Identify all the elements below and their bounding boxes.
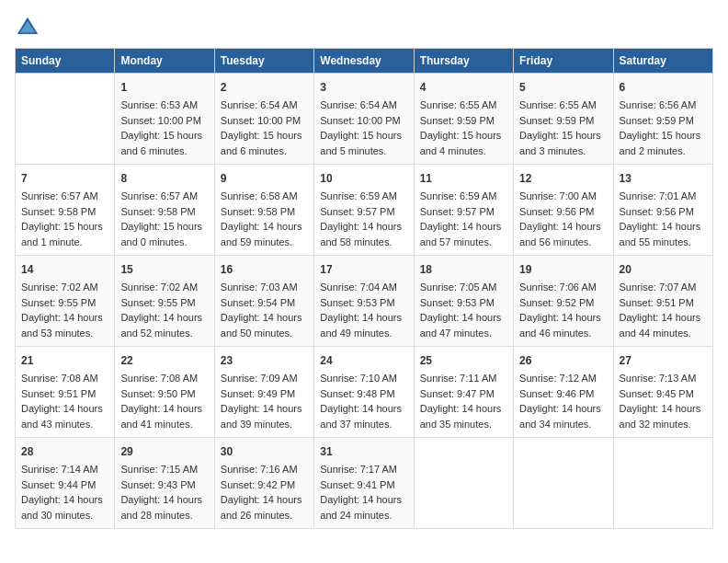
sunset-text: Sunset: 9:50 PM xyxy=(120,388,195,399)
sunset-text: Sunset: 9:57 PM xyxy=(420,206,495,217)
day-number: 10 xyxy=(320,170,407,187)
sunrise-text: Sunrise: 7:14 AM xyxy=(21,464,98,475)
daylight-text: Daylight: 14 hours and 52 minutes. xyxy=(120,312,202,339)
day-number: 5 xyxy=(519,79,607,96)
daylight-text: Daylight: 14 hours and 37 minutes. xyxy=(320,403,402,430)
sunset-text: Sunset: 9:59 PM xyxy=(620,115,694,126)
calendar-cell: 20Sunrise: 7:07 AMSunset: 9:51 PMDayligh… xyxy=(613,256,712,347)
sunset-text: Sunset: 9:46 PM xyxy=(519,388,594,399)
day-number: 8 xyxy=(120,170,208,187)
day-number: 15 xyxy=(120,261,208,278)
sunset-text: Sunset: 9:58 PM xyxy=(21,206,96,217)
daylight-text: Daylight: 14 hours and 30 minutes. xyxy=(21,494,103,521)
daylight-text: Daylight: 14 hours and 24 minutes. xyxy=(320,494,402,521)
calendar-cell: 15Sunrise: 7:02 AMSunset: 9:55 PMDayligh… xyxy=(115,256,214,347)
sunset-text: Sunset: 10:00 PM xyxy=(221,115,301,126)
calendar-cell xyxy=(613,438,712,529)
calendar-cell: 27Sunrise: 7:13 AMSunset: 9:45 PMDayligh… xyxy=(613,347,712,438)
calendar-cell xyxy=(16,74,115,165)
daylight-text: Daylight: 14 hours and 55 minutes. xyxy=(620,221,701,247)
day-number: 30 xyxy=(221,443,308,460)
sunset-text: Sunset: 9:51 PM xyxy=(21,388,96,399)
sunrise-text: Sunrise: 6:56 AM xyxy=(620,99,697,110)
day-number: 12 xyxy=(519,170,607,187)
day-number: 21 xyxy=(21,352,108,369)
calendar-cell: 2Sunrise: 6:54 AMSunset: 10:00 PMDayligh… xyxy=(214,74,313,165)
daylight-text: Daylight: 15 hours and 5 minutes. xyxy=(320,130,402,156)
day-number: 22 xyxy=(120,352,208,369)
calendar-cell: 9Sunrise: 6:58 AMSunset: 9:58 PMDaylight… xyxy=(214,165,313,256)
calendar-cell: 12Sunrise: 7:00 AMSunset: 9:56 PMDayligh… xyxy=(514,165,613,256)
calendar-cell: 18Sunrise: 7:05 AMSunset: 9:53 PMDayligh… xyxy=(414,256,513,347)
day-of-week-header: Sunday xyxy=(16,49,115,74)
calendar-cell xyxy=(414,438,513,529)
sunrise-text: Sunrise: 6:55 AM xyxy=(420,99,497,110)
calendar-cell: 30Sunrise: 7:16 AMSunset: 9:42 PMDayligh… xyxy=(214,438,313,529)
sunrise-text: Sunrise: 7:13 AM xyxy=(620,373,697,384)
calendar-body: 1Sunrise: 6:53 AMSunset: 10:00 PMDayligh… xyxy=(16,74,713,529)
calendar-week-row: 28Sunrise: 7:14 AMSunset: 9:44 PMDayligh… xyxy=(16,438,713,529)
day-number: 4 xyxy=(420,79,507,96)
sunset-text: Sunset: 9:42 PM xyxy=(221,479,295,490)
sunrise-text: Sunrise: 6:59 AM xyxy=(320,190,397,201)
sunset-text: Sunset: 10:00 PM xyxy=(120,115,200,126)
daylight-text: Daylight: 14 hours and 56 minutes. xyxy=(519,221,601,247)
sunrise-text: Sunrise: 7:03 AM xyxy=(221,282,298,293)
calendar-cell: 3Sunrise: 6:54 AMSunset: 10:00 PMDayligh… xyxy=(314,74,414,165)
sunset-text: Sunset: 9:45 PM xyxy=(620,388,694,399)
day-number: 23 xyxy=(221,352,308,369)
day-number: 20 xyxy=(620,261,707,278)
calendar-cell: 29Sunrise: 7:15 AMSunset: 9:43 PMDayligh… xyxy=(115,438,214,529)
daylight-text: Daylight: 14 hours and 41 minutes. xyxy=(120,403,202,430)
sunset-text: Sunset: 9:44 PM xyxy=(21,479,96,490)
sunset-text: Sunset: 9:47 PM xyxy=(420,388,495,399)
daylight-text: Daylight: 15 hours and 3 minutes. xyxy=(519,130,601,156)
day-number: 26 xyxy=(519,352,607,369)
calendar-cell: 21Sunrise: 7:08 AMSunset: 9:51 PMDayligh… xyxy=(16,347,115,438)
calendar-cell: 23Sunrise: 7:09 AMSunset: 9:49 PMDayligh… xyxy=(214,347,313,438)
calendar-cell: 17Sunrise: 7:04 AMSunset: 9:53 PMDayligh… xyxy=(314,256,414,347)
sunset-text: Sunset: 9:41 PM xyxy=(320,479,394,490)
calendar-cell: 7Sunrise: 6:57 AMSunset: 9:58 PMDaylight… xyxy=(16,165,115,256)
day-of-week-header: Saturday xyxy=(613,49,712,74)
day-number: 18 xyxy=(420,261,507,278)
day-number: 14 xyxy=(21,261,108,278)
calendar-week-row: 1Sunrise: 6:53 AMSunset: 10:00 PMDayligh… xyxy=(16,74,713,165)
sunrise-text: Sunrise: 7:09 AM xyxy=(221,373,298,384)
calendar-cell: 24Sunrise: 7:10 AMSunset: 9:48 PMDayligh… xyxy=(314,347,414,438)
daylight-text: Daylight: 14 hours and 26 minutes. xyxy=(221,494,302,521)
sunrise-text: Sunrise: 7:10 AM xyxy=(320,373,397,384)
sunset-text: Sunset: 9:58 PM xyxy=(120,206,195,217)
calendar-cell: 13Sunrise: 7:01 AMSunset: 9:56 PMDayligh… xyxy=(613,165,712,256)
sunrise-text: Sunrise: 7:02 AM xyxy=(120,282,198,293)
sunset-text: Sunset: 9:48 PM xyxy=(320,388,394,399)
daylight-text: Daylight: 14 hours and 32 minutes. xyxy=(620,403,701,430)
days-of-week-row: SundayMondayTuesdayWednesdayThursdayFrid… xyxy=(16,49,713,74)
daylight-text: Daylight: 14 hours and 50 minutes. xyxy=(221,312,302,339)
day-number: 27 xyxy=(620,352,707,369)
day-number: 6 xyxy=(620,79,707,96)
calendar-cell: 16Sunrise: 7:03 AMSunset: 9:54 PMDayligh… xyxy=(214,256,313,347)
sunrise-text: Sunrise: 7:15 AM xyxy=(120,464,198,475)
day-number: 3 xyxy=(320,79,407,96)
day-number: 9 xyxy=(221,170,308,187)
daylight-text: Daylight: 15 hours and 6 minutes. xyxy=(120,130,202,156)
sunset-text: Sunset: 9:59 PM xyxy=(420,115,495,126)
daylight-text: Daylight: 15 hours and 4 minutes. xyxy=(420,130,502,156)
daylight-text: Daylight: 15 hours and 1 minute. xyxy=(21,221,103,247)
day-number: 7 xyxy=(21,170,108,187)
daylight-text: Daylight: 14 hours and 44 minutes. xyxy=(620,312,701,339)
sunrise-text: Sunrise: 7:07 AM xyxy=(620,282,697,293)
sunrise-text: Sunrise: 6:57 AM xyxy=(120,190,198,201)
day-number: 29 xyxy=(120,443,208,460)
daylight-text: Daylight: 14 hours and 35 minutes. xyxy=(420,403,502,430)
day-number: 17 xyxy=(320,261,407,278)
sunset-text: Sunset: 9:55 PM xyxy=(120,297,195,308)
calendar-cell xyxy=(514,438,613,529)
sunrise-text: Sunrise: 7:04 AM xyxy=(320,282,397,293)
calendar-cell: 14Sunrise: 7:02 AMSunset: 9:55 PMDayligh… xyxy=(16,256,115,347)
day-of-week-header: Friday xyxy=(514,49,613,74)
calendar-table: SundayMondayTuesdayWednesdayThursdayFrid… xyxy=(15,48,713,529)
calendar-cell: 31Sunrise: 7:17 AMSunset: 9:41 PMDayligh… xyxy=(314,438,414,529)
day-number: 31 xyxy=(320,443,407,460)
